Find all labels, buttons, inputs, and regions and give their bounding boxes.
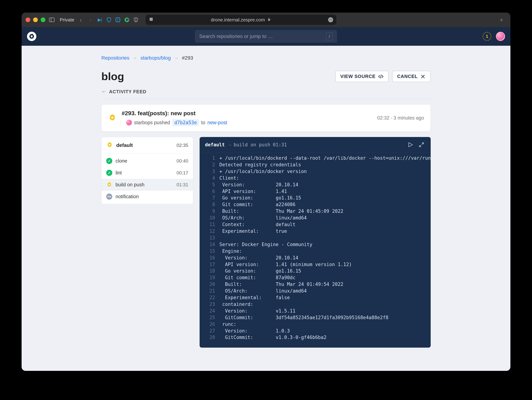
build-meta: 02:32 · 3 minutes ago — [377, 115, 424, 121]
log-line-number: 28 — [205, 334, 215, 341]
log-line: 2Detected registry credentials — [200, 161, 431, 168]
drone-logo-icon[interactable] — [27, 32, 36, 41]
more-url-options-icon[interactable]: ··· — [328, 17, 333, 22]
log-line-text: GitCommit: 3df54a852345ae127d1fa3092b951… — [219, 314, 388, 321]
step-item[interactable]: ✓lint00:17 — [101, 167, 193, 179]
stage-header[interactable]: default 02:35 — [101, 137, 193, 153]
log-line: 25 GitCommit: 3df54a852345ae127d1fa3092b… — [200, 314, 431, 321]
app-header: / 1 — [22, 27, 510, 46]
arrow-left-icon: ← — [101, 89, 107, 95]
commit-sha[interactable]: d7b2a53e — [172, 119, 199, 126]
log-line: 8 Git commit: a224086 — [200, 201, 431, 208]
step-name: lint — [115, 170, 173, 176]
running-gear-icon — [106, 141, 113, 149]
log-line-text: Git commit: 87a90dc — [219, 274, 296, 281]
browser-window: Private ‹ › ▶| I drone.internal.zespre.c… — [22, 13, 510, 371]
step-name: notification — [115, 194, 185, 199]
log-line-number: 12 — [205, 228, 215, 235]
site-settings-icon[interactable] — [149, 17, 153, 23]
log-line: 20 Built: Thu Mar 24 01:49:54 2022 — [200, 281, 431, 288]
log-step-name: build on push — [234, 142, 270, 147]
step-item[interactable]: build on push01:31 — [101, 179, 193, 191]
view-source-label: VIEW SOURCE — [340, 74, 376, 79]
log-stage-name: default — [205, 142, 225, 147]
log-line: 17 API version: 1.41 (minimum version 1.… — [200, 261, 431, 268]
cancel-button[interactable]: CANCEL — [392, 71, 431, 82]
pending-badge[interactable]: 1 — [483, 32, 491, 41]
log-line: 21 OS/Arch: linux/amd64 — [200, 288, 431, 294]
view-source-button[interactable]: VIEW SOURCE — [335, 71, 389, 82]
extension-1-icon[interactable]: ▶| — [97, 17, 103, 23]
search-input[interactable] — [199, 33, 326, 39]
minimize-window-icon[interactable] — [33, 18, 38, 22]
svg-rect-1 — [49, 18, 54, 22]
step-time: 01:31 — [177, 182, 188, 188]
log-line-number: 16 — [205, 254, 215, 261]
maximize-window-icon[interactable] — [41, 18, 45, 22]
log-line-text: Client: — [219, 175, 239, 181]
step-item[interactable]: •••notification — [101, 191, 193, 203]
step-list: ✓clone00:40✓lint00:17build on push01:31•… — [101, 153, 193, 204]
crumb-repositories[interactable]: Repositories — [101, 55, 129, 61]
log-line: 14Server: Docker Engine - Community — [200, 241, 431, 248]
svg-rect-7 — [150, 18, 153, 21]
fullscreen-button-icon[interactable] — [418, 141, 425, 148]
back-to-activity-feed[interactable]: ← ACTIVITY FEED — [101, 89, 431, 95]
log-line-number: 21 — [205, 288, 215, 294]
log-body[interactable]: 1+ /usr/local/bin/dockerd --data-root /v… — [200, 153, 431, 344]
follow-log-button-icon[interactable] — [406, 141, 414, 148]
success-check-icon: ✓ — [106, 158, 112, 164]
log-line: 10 OS/Arch: linux/amd64 — [200, 215, 431, 221]
log-line-text: Experimental: false — [219, 294, 290, 301]
log-line-number: 11 — [205, 221, 215, 228]
log-line-text: GitCommit: v1.0.3-0-gf46b6ba2 — [219, 334, 326, 341]
back-button-icon[interactable]: ‹ — [78, 17, 84, 23]
log-line: 26 runc: — [200, 321, 431, 328]
running-gear-icon — [106, 182, 112, 188]
log-line: 3+ /usr/local/bin/docker version — [200, 168, 431, 175]
log-line-number: 27 — [205, 328, 215, 334]
log-line-number: 9 — [205, 208, 215, 215]
build-title: #293. feat(posts): new post — [122, 110, 377, 117]
log-line-number: 15 — [205, 248, 215, 254]
log-line: 18 Go version: go1.16.15 — [200, 268, 431, 274]
search-box[interactable]: / — [195, 30, 337, 43]
crumb-repo[interactable]: starbops/blog — [140, 55, 171, 61]
step-time: 00:17 — [177, 170, 188, 176]
private-label: Private — [60, 17, 74, 23]
extension-1password-icon[interactable]: I — [115, 17, 121, 23]
log-line-text: Built: Thu Mar 24 01:49:54 2022 — [219, 281, 343, 288]
breadcrumb: Repositories → starbops/blog → #293 — [101, 55, 431, 61]
code-icon — [378, 74, 384, 79]
log-line-number: 22 — [205, 294, 215, 301]
log-line-text: OS/Arch: linux/amd64 — [219, 288, 307, 294]
extension-privacy-icon[interactable] — [133, 17, 139, 23]
sidebar-toggle-icon[interactable] — [49, 17, 55, 23]
log-line-number: 14 — [205, 241, 215, 248]
step-item[interactable]: ✓clone00:40 — [101, 155, 193, 167]
url-bar[interactable]: drone.internal.zespre.com ··· — [146, 15, 336, 25]
close-window-icon[interactable] — [25, 18, 30, 22]
log-line-number: 17 — [205, 261, 215, 268]
new-tab-button-icon[interactable]: ＋ — [498, 17, 505, 23]
log-line-number: 25 — [205, 314, 215, 321]
log-line-text: Version: v1.5.11 — [219, 308, 296, 314]
log-line: 12 Experimental: true — [200, 228, 431, 235]
branch-name[interactable]: new-post — [207, 120, 227, 126]
extension-grammarly-icon[interactable] — [124, 17, 130, 23]
log-line-text: Git commit: a224086 — [219, 201, 296, 208]
log-line-text: Version: 1.0.3 — [219, 328, 290, 334]
page-title: blog — [101, 70, 124, 83]
log-line: 6 API version: 1.41 — [200, 188, 431, 195]
log-header: default — build on push 01:31 — [200, 137, 431, 153]
step-name: build on push — [115, 182, 173, 188]
meta-dot: · — [391, 115, 393, 121]
log-line-text: OS/Arch: linux/amd64 — [219, 215, 307, 221]
log-line-number: 4 — [205, 175, 215, 181]
log-line-number: 13 — [205, 235, 215, 241]
log-line-number: 18 — [205, 268, 215, 274]
private-mode-label: Private — [60, 17, 74, 23]
extension-shield-icon[interactable] — [106, 17, 112, 23]
log-line-text: Built: Thu Mar 24 01:45:09 2022 — [219, 208, 343, 215]
user-avatar[interactable] — [496, 32, 505, 41]
